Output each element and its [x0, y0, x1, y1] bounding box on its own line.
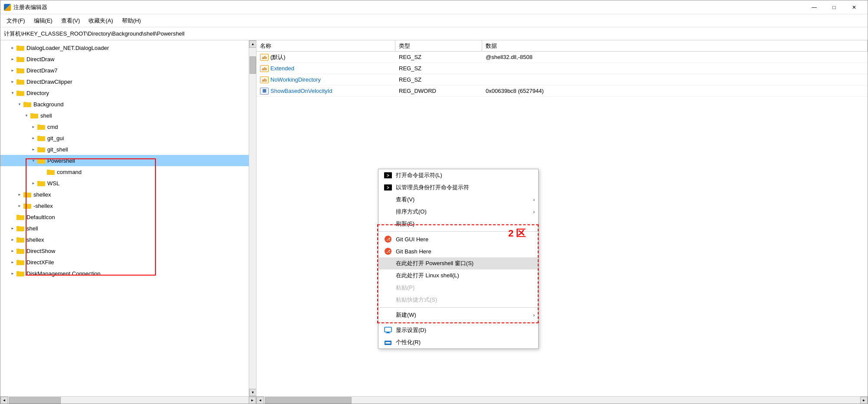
svg-rect-2 [16, 46, 20, 47]
right-hscroll-right[interactable]: ► [860, 397, 868, 404]
regedit-window: 注册表编辑器 — □ ✕ 文件(F) 编辑(E) 查看(V) 收藏夹(A) 帮助… [0, 0, 868, 404]
tree-item-command[interactable]: command [0, 166, 249, 177]
menu-help[interactable]: 帮助(H) [118, 15, 145, 26]
expander-directxfile[interactable] [9, 259, 16, 266]
menu-bar: 文件(F) 编辑(E) 查看(V) 收藏夹(A) 帮助(H) [0, 14, 868, 27]
expander-shell2[interactable] [9, 225, 16, 232]
ctx-git-gui[interactable]: ⎇ Git GUI Here [378, 233, 538, 245]
tree-item-diskmanagement[interactable]: DiskManagement.Connection [0, 268, 249, 279]
scrollbar-up-btn[interactable]: ▲ [249, 40, 256, 48]
ctx-refresh[interactable]: 刷新(E) [378, 218, 538, 230]
ctx-new[interactable]: 新建(W) › [378, 309, 538, 321]
table-row-noworkingdir[interactable]: ab NoWorkingDirectory REG_SZ [256, 74, 868, 85]
tree-hscroll-left[interactable]: ◄ [0, 397, 8, 404]
right-hscroll-left[interactable]: ◄ [256, 397, 264, 404]
tree-item-shellex1[interactable]: shellex [0, 189, 249, 200]
maximize-button[interactable]: □ [824, 0, 844, 14]
expander-minus-shellex[interactable] [16, 202, 23, 209]
menu-file[interactable]: 文件(F) [2, 15, 30, 26]
scrollbar-down-btn[interactable]: ▼ [249, 389, 256, 396]
menu-favorites[interactable]: 收藏夹(A) [84, 15, 117, 26]
tree-item-background[interactable]: Background [0, 99, 249, 110]
ctx-open-cmd-admin[interactable]: 以管理员身份打开命令提示符 [378, 181, 538, 194]
expander-directdrawclipper[interactable] [9, 78, 16, 85]
tree-hscroll-thumb[interactable] [9, 397, 61, 404]
svg-rect-43 [385, 327, 391, 332]
tree-item-powershell[interactable]: Powershell [0, 155, 249, 166]
tree-item-cmd[interactable]: cmd [0, 121, 249, 132]
ctx-label-git-bash: Git Bash Here [396, 248, 431, 255]
ctx-open-cmd[interactable]: 打开命令提示符(L) [378, 169, 538, 181]
right-hscroll-thumb[interactable] [265, 397, 352, 404]
tree-item-shell[interactable]: shell [0, 110, 249, 121]
git-icon-1: ⎇ [385, 236, 391, 243]
reg-icon-default: ab [260, 54, 269, 61]
right-hscrollbar[interactable]: ◄ ► [256, 396, 868, 404]
table-row-default[interactable]: ab (默认) REG_SZ @shell32.dll,-8508 [256, 52, 868, 63]
tree-item-dialogloader[interactable]: DialogLoader_NET.DialogLoader [0, 42, 249, 53]
scrollbar-track[interactable] [249, 48, 256, 389]
ctx-sep2 [378, 307, 538, 308]
tree-hscroll-track[interactable] [8, 397, 249, 404]
ctx-open-powershell[interactable]: 在此处打开 Powershell 窗口(S) [378, 257, 538, 269]
ctx-open-linux[interactable]: 在此处打开 Linux shell(L) [378, 269, 538, 282]
expander-shellex1[interactable] [16, 191, 23, 198]
folder-icon-directxfile [16, 259, 25, 266]
table-row-extended[interactable]: ab Extended REG_SZ [256, 63, 868, 74]
minimize-button[interactable]: — [804, 0, 824, 14]
ctx-personalize[interactable]: 个性化(R) [378, 336, 538, 348]
expander-directdraw[interactable] [9, 56, 16, 62]
close-button[interactable]: ✕ [844, 0, 864, 14]
tree-item-minus-shellex[interactable]: -shellex [0, 200, 249, 211]
tree-item-directxfile[interactable]: DirectXFile [0, 256, 249, 268]
svg-rect-32 [16, 215, 20, 216]
tree-hscroll-right[interactable]: ► [249, 397, 256, 404]
main-content: DialogLoader_NET.DialogLoader DirectDraw [0, 40, 868, 404]
svg-rect-26 [37, 181, 40, 182]
ctx-paste: 粘贴(P) [378, 282, 538, 294]
ctx-display-settings[interactable]: 显示设置(D) [378, 324, 538, 336]
tree-scrollbar[interactable]: ▲ ▼ [249, 40, 256, 396]
expander-shellex2[interactable] [9, 236, 16, 243]
cmd-icon-1 [384, 171, 392, 180]
expander-git-gui[interactable] [30, 135, 37, 141]
menu-view[interactable]: 查看(V) [57, 15, 84, 26]
expander-directory[interactable] [9, 89, 16, 96]
td-type-extended: REG_SZ [395, 64, 482, 72]
tree-item-directdraw7[interactable]: DirectDraw7 [0, 65, 249, 76]
tree-hscrollbar[interactable]: ◄ ► [0, 396, 256, 404]
tree-item-directdrawclipper[interactable]: DirectDrawClipper [0, 76, 249, 87]
expander-directshow[interactable] [9, 247, 16, 254]
expander-background[interactable] [16, 101, 23, 108]
folder-icon-diskmanagement [16, 270, 25, 277]
table-row-showbased[interactable]: ⊞ ShowBasedOnVelocityId REG_DWORD 0x0063… [256, 85, 868, 97]
tree-item-defaulticon[interactable]: DefaultIcon [0, 211, 249, 223]
tree-item-directory[interactable]: Directory [0, 87, 249, 99]
menu-edit[interactable]: 编辑(E) [30, 15, 57, 26]
expander-shell[interactable] [23, 112, 30, 119]
expander-cmd[interactable] [30, 123, 37, 130]
tree-item-directdraw[interactable]: DirectDraw [0, 53, 249, 65]
ctx-git-bash[interactable]: ⎇ Git Bash Here [378, 245, 538, 257]
expander-wsl[interactable] [30, 180, 37, 187]
td-name-extended: ab Extended [256, 64, 395, 73]
tree-item-wsl[interactable]: WSL [0, 177, 249, 189]
address-bar[interactable]: 计算机\HKEY_CLASSES_ROOT\Directory\Backgrou… [0, 27, 868, 40]
tree-item-shell2[interactable]: shell [0, 223, 249, 234]
scrollbar-thumb[interactable] [250, 56, 256, 74]
expander-powershell[interactable] [30, 157, 37, 164]
tree-item-git-gui[interactable]: git_gui [0, 132, 249, 144]
git-bash-icon: ⎇ [384, 247, 392, 256]
expander-git-shell[interactable] [30, 146, 37, 153]
tree-item-shellex2[interactable]: shellex [0, 234, 249, 245]
ctx-view[interactable]: 查看(V) › [378, 194, 538, 206]
expander-diskmanagement[interactable] [9, 270, 16, 277]
ctx-label-display-settings: 显示设置(D) [396, 326, 426, 334]
ctx-sort[interactable]: 排序方式(O) › [378, 206, 538, 218]
tree-item-directshow[interactable]: DirectShow [0, 245, 249, 256]
svg-rect-16 [37, 125, 40, 126]
expander-dialogloader[interactable] [9, 44, 16, 51]
expander-directdraw7[interactable] [9, 67, 16, 74]
right-hscroll-track[interactable] [264, 397, 860, 404]
tree-item-git-shell[interactable]: git_shell [0, 144, 249, 155]
